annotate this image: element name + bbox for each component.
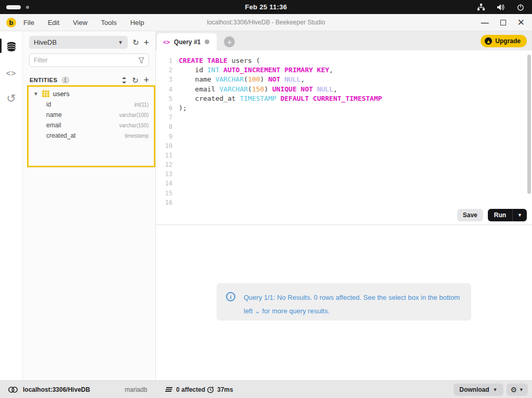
- connection-status[interactable]: localhost:3306/HiveDB: [8, 381, 90, 398]
- upgrade-button[interactable]: ▲ Upgrade: [481, 35, 527, 47]
- run-button[interactable]: Run: [488, 211, 512, 219]
- connection-string: localhost:3306/HiveDB: [23, 386, 90, 393]
- database-tables-icon[interactable]: [5, 41, 18, 53]
- code-line-2: 2 id INT AUTO_INCREMENT PRIMARY KEY,: [156, 65, 532, 75]
- line-number: 14: [156, 179, 172, 188]
- code-line-11: 11: [156, 151, 532, 160]
- left-icon-rail: <> ↺: [0, 31, 23, 380]
- power-icon[interactable]: [514, 1, 527, 14]
- code-line-16: 16: [156, 198, 532, 205]
- code-line-13: 13: [156, 169, 532, 179]
- column-name: id: [46, 101, 51, 108]
- unsaved-dot-icon: [205, 39, 209, 44]
- download-label: Download: [459, 386, 489, 393]
- rows-affected: 0 affected: [165, 381, 205, 398]
- settings-button[interactable]: ⚙ ▼: [507, 383, 528, 396]
- code-line-10: 10: [156, 141, 532, 151]
- rows-affected-label: 0 affected: [176, 386, 205, 393]
- line-number: 13: [156, 169, 172, 179]
- line-number: 2: [156, 65, 172, 75]
- network-icon[interactable]: [475, 1, 487, 14]
- code-line-5: 5 created_at TIMESTAMP DEFAULT CURRENT_T…: [156, 94, 532, 103]
- run-options-caret-icon[interactable]: ▼: [513, 213, 527, 218]
- run-button-group: Run ▼: [488, 209, 527, 221]
- menu-tools[interactable]: Tools: [101, 19, 116, 26]
- menu-edit[interactable]: Edit: [48, 19, 59, 26]
- line-number: 1: [156, 56, 172, 65]
- query-code-icon: <>: [163, 39, 170, 45]
- column-row-id[interactable]: idint(11): [29, 99, 154, 110]
- line-number: 4: [156, 85, 172, 94]
- table-tree-item-users[interactable]: ▼ users: [29, 87, 154, 99]
- code-line-8: 8: [156, 122, 532, 131]
- chevron-down-icon: ▼: [118, 39, 123, 45]
- column-name: name: [46, 111, 62, 118]
- table-columns-list: idint(11)namevarchar(100)emailvarchar(15…: [29, 99, 154, 141]
- users-table-highlight: ▼ users idint(11)namevarchar(100)emailva…: [27, 85, 155, 167]
- table-grid-icon: [42, 90, 49, 97]
- add-entity-icon[interactable]: +: [143, 75, 149, 85]
- tab-query-1[interactable]: <> Query #1: [157, 33, 217, 50]
- column-type: int(11): [134, 102, 149, 108]
- add-database-icon[interactable]: +: [143, 38, 149, 47]
- code-line-4: 4 email VARCHAR(150) UNIQUE NOT NULL,: [156, 85, 532, 94]
- editor-scrollbar[interactable]: [527, 55, 531, 194]
- filter-input[interactable]: [34, 57, 138, 64]
- download-caret-icon: ▼: [493, 387, 498, 392]
- save-button[interactable]: Save: [457, 209, 483, 221]
- code-line-9: 9: [156, 132, 532, 141]
- history-icon[interactable]: ↺: [5, 92, 18, 105]
- sidebar: HiveDB ▼ ↻ + ENTITIES 1 ↻ + ▼ users: [23, 31, 156, 380]
- volume-icon[interactable]: [495, 1, 507, 14]
- query-duration: 37ms: [207, 381, 233, 398]
- code-line-14: 14: [156, 179, 532, 188]
- line-number: 15: [156, 189, 172, 198]
- expand-collapse-all-icon[interactable]: [122, 77, 127, 84]
- menu-view[interactable]: View: [73, 19, 87, 26]
- new-tab-button[interactable]: +: [224, 36, 235, 47]
- line-number: 5: [156, 94, 172, 103]
- settings-caret-icon: ▼: [519, 387, 524, 392]
- sql-editor[interactable]: 1CREATE TABLE users (2 id INT AUTO_INCRE…: [156, 50, 532, 205]
- entity-filter[interactable]: [29, 54, 149, 67]
- download-button[interactable]: Download ▼: [454, 383, 503, 396]
- results-panel: i Query 1/1: No Results. 0 rows affected…: [156, 225, 532, 380]
- main-panel: <> Query #1 + ▲ Upgrade 1CREATE TABLE us…: [156, 31, 532, 380]
- menu-help[interactable]: Help: [130, 19, 144, 26]
- query-result-info-box: i Query 1/1: No Results. 0 rows affected…: [217, 283, 471, 321]
- database-selector[interactable]: HiveDB ▼: [29, 36, 128, 49]
- column-row-created_at[interactable]: created_attimestamp: [29, 130, 154, 141]
- filter-funnel-icon: [138, 57, 144, 63]
- active-tab-indicator: [0, 38, 2, 53]
- chevron-expanded-icon[interactable]: ▼: [33, 91, 38, 97]
- column-row-email[interactable]: emailvarchar(150): [29, 120, 154, 130]
- app-logo-icon: b: [6, 18, 16, 28]
- menu-file[interactable]: File: [23, 19, 34, 26]
- query-tab-bar: <> Query #1 + ▲ Upgrade: [156, 31, 532, 50]
- code-line-6: 6);: [156, 103, 532, 113]
- column-row-name[interactable]: namevarchar(100): [29, 110, 154, 120]
- refresh-connection-icon[interactable]: ↻: [132, 38, 139, 46]
- code-line-12: 12: [156, 160, 532, 169]
- refresh-entities-icon[interactable]: ↻: [132, 76, 139, 84]
- minimize-button[interactable]: —: [481, 18, 489, 27]
- entities-heading: ENTITIES: [30, 77, 58, 83]
- line-number: 6: [156, 103, 172, 113]
- system-clock[interactable]: Feb 25 11:36: [0, 3, 532, 11]
- upgrade-label: Upgrade: [495, 37, 521, 45]
- rows-icon: [165, 387, 172, 392]
- tab-query-1-label: Query #1: [174, 38, 201, 46]
- column-name: created_at: [46, 132, 76, 139]
- query-duration-label: 37ms: [217, 386, 233, 393]
- close-button[interactable]: ✕: [517, 17, 525, 28]
- line-number: 7: [156, 113, 172, 122]
- maximize-button[interactable]: [500, 20, 506, 25]
- line-number: 16: [156, 198, 172, 205]
- queries-icon[interactable]: <>: [5, 67, 18, 79]
- link-icon: [8, 387, 18, 393]
- line-number: 12: [156, 160, 172, 169]
- column-type: timestamp: [125, 133, 149, 139]
- database-selector-value: HiveDB: [34, 38, 57, 46]
- gear-icon: ⚙: [511, 386, 517, 394]
- line-number: 10: [156, 141, 172, 151]
